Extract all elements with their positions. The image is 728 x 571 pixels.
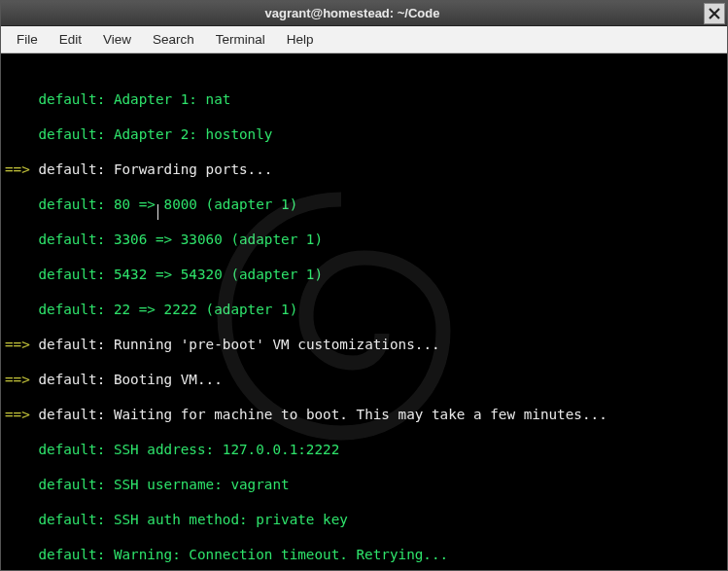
terminal-line: default: SSH username: vagrant — [5, 476, 723, 493]
menubar: File Edit View Search Terminal Help — [1, 26, 727, 54]
terminal-line: ==> default: Forwarding ports... — [5, 161, 723, 178]
terminal-line: default: 22 => 2222 (adapter 1) — [5, 301, 723, 318]
window-title: vagrant@homestead: ~/Code — [1, 6, 704, 20]
terminal-line: default: Adapter 2: hostonly — [5, 125, 723, 143]
terminal-line: default: Adapter 1: nat — [5, 90, 723, 108]
terminal-line: default: 3306 => 33060 (adapter 1) — [5, 231, 723, 248]
terminal-line: default: SSH auth method: private key — [5, 511, 723, 528]
window-titlebar: vagrant@homestead: ~/Code — [1, 1, 727, 26]
terminal-line: ==> default: Running 'pre-boot' VM custo… — [5, 336, 723, 353]
close-icon — [709, 8, 720, 19]
terminal-line: ==> default: Waiting for machine to boot… — [5, 406, 723, 423]
menu-help[interactable]: Help — [277, 28, 324, 51]
terminal-output[interactable]: default: Adapter 1: nat default: Adapter… — [1, 54, 727, 570]
terminal-line: default: SSH address: 127.0.0.1:2222 — [5, 441, 723, 458]
text-cursor — [157, 204, 158, 220]
terminal-line: default: Warning: Connection timeout. Re… — [5, 546, 723, 563]
terminal-line: default: 80 => 8000 (adapter 1) — [5, 196, 723, 213]
menu-search[interactable]: Search — [143, 28, 204, 51]
menu-terminal[interactable]: Terminal — [206, 28, 275, 51]
menu-edit[interactable]: Edit — [50, 28, 91, 51]
menu-file[interactable]: File — [7, 28, 48, 51]
terminal-line: default: 5432 => 54320 (adapter 1) — [5, 266, 723, 283]
menu-view[interactable]: View — [93, 28, 141, 51]
close-button[interactable] — [704, 3, 725, 24]
terminal-line: ==> default: Booting VM... — [5, 371, 723, 388]
